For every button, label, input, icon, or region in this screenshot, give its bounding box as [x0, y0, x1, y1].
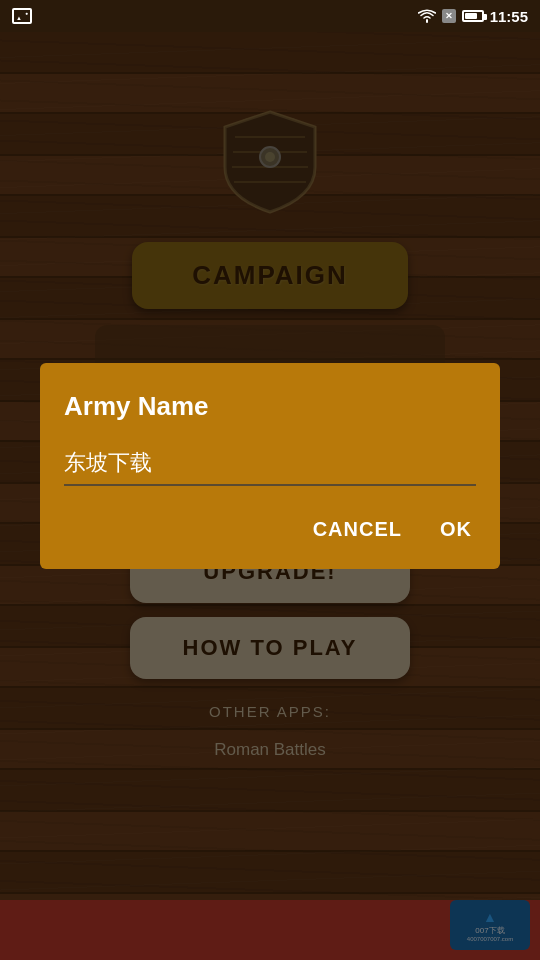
cancel-button[interactable]: CANCEL	[309, 510, 406, 549]
status-icons: ✕ 11:55	[418, 8, 528, 25]
image-icon	[12, 8, 32, 24]
army-name-dialog: Army Name CANCEL OK	[40, 363, 500, 569]
status-bar: ✕ 11:55	[0, 0, 540, 32]
battery-icon	[462, 10, 484, 22]
dialog-actions: CANCEL OK	[64, 510, 476, 549]
status-bar-left	[12, 8, 32, 24]
dialog-overlay: Army Name CANCEL OK	[0, 32, 540, 960]
wifi-icon	[418, 9, 436, 23]
army-name-input[interactable]	[64, 442, 476, 486]
no-sim-icon: ✕	[442, 9, 456, 23]
ok-button[interactable]: OK	[436, 510, 476, 549]
dialog-title: Army Name	[64, 391, 476, 422]
status-time: 11:55	[490, 8, 528, 25]
